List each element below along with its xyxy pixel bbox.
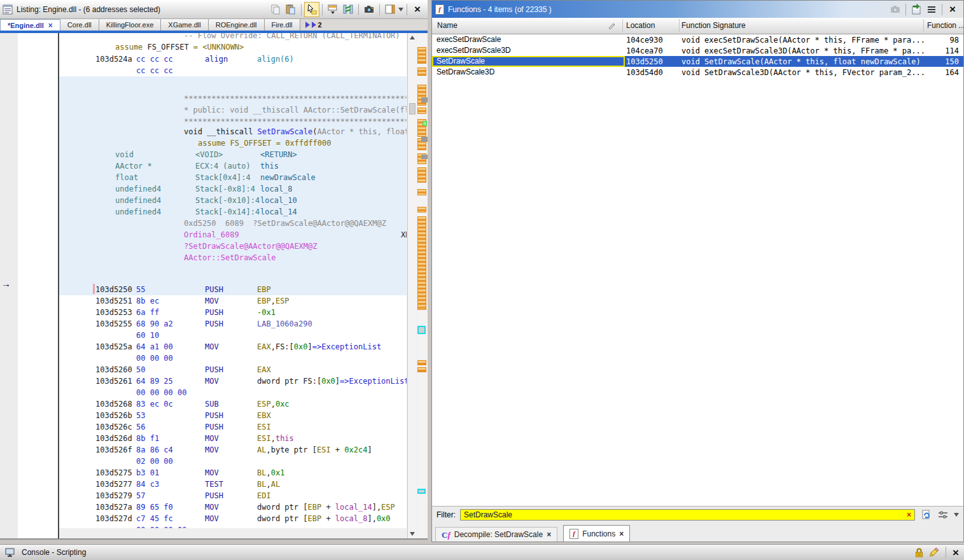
- search-result-marker[interactable]: [417, 167, 426, 183]
- listing-line[interactable]: 103d5275b3 01MOVBL,0x1: [59, 467, 407, 479]
- filter-input[interactable]: SetDrawScale ×: [460, 509, 915, 521]
- listing-line[interactable]: 103d525a64 a1 00MOVEAX,FS:[0x0]=>Excepti…: [59, 341, 407, 353]
- search-result-marker[interactable]: [417, 67, 426, 76]
- close-tab-icon[interactable]: ×: [619, 530, 624, 538]
- listing-line[interactable]: 103d526883 ec 0cSUBESP,0xc: [59, 398, 407, 410]
- listing-line[interactable]: 103d526050PUSHEAX: [59, 364, 407, 375]
- listing-titlebar[interactable]: Listing: Engine.dll - (6 addresses selec…: [0, 0, 428, 19]
- tab-fire-dll[interactable]: Fire.dll: [265, 19, 300, 31]
- listing-line[interactable]: assume FS_OFFSET = <UNKNOWN>: [59, 41, 407, 53]
- listing-line[interactable]: * public: void __thiscall AActor::SetDra…: [59, 104, 407, 116]
- listing-line[interactable]: void __thiscall SetDrawScale(AActor * th…: [59, 126, 407, 137]
- close-tab-icon[interactable]: ×: [48, 22, 53, 29]
- highlight-marker[interactable]: [423, 121, 427, 126]
- clear-filter-icon[interactable]: ×: [907, 511, 911, 519]
- listing-line[interactable]: 103d52536a ffPUSH-0x1: [59, 307, 407, 318]
- listing-line[interactable]: void<VOID><RETURN>: [59, 149, 407, 160]
- listing-line[interactable]: 00 00 00 00: [59, 524, 407, 528]
- tab-core-dll[interactable]: Core.dll: [60, 19, 99, 31]
- expand-fields-icon[interactable]: [325, 2, 340, 17]
- listing-line[interactable]: 103d527dc7 45 fcMOVdword ptr [EBP + loca…: [59, 513, 407, 524]
- change-marker[interactable]: [421, 137, 428, 142]
- tab-roengine-dll[interactable]: ROEngine.dll: [209, 19, 265, 31]
- lock-icon[interactable]: [914, 547, 925, 558]
- listing-view[interactable]: -- Flow Override: CALL_RETURN (CALL_TERM…: [59, 33, 407, 528]
- listing-line[interactable]: 103d527784 c3TESTBL,AL: [59, 479, 407, 490]
- listing-line[interactable]: 103d526c56PUSHESI: [59, 421, 407, 433]
- listing-line[interactable]: 103d525055PUSHEBP: [59, 284, 407, 295]
- search-result-marker[interactable]: [417, 189, 426, 195]
- snapshot-icon[interactable]: [361, 2, 377, 17]
- listing-line[interactable]: floatStack[0x4]:4newDrawScale: [59, 172, 407, 183]
- functions-titlebar[interactable]: f Functions - 4 items (of 22335 ) ×: [432, 1, 963, 18]
- change-marker[interactable]: [421, 155, 428, 159]
- functions-table-header[interactable]: Name Location Function Signature Functio…: [432, 18, 963, 34]
- table-row[interactable]: SetDrawScale103d5250void SetDrawScale(AA…: [432, 56, 963, 67]
- close-icon[interactable]: ×: [945, 2, 960, 17]
- table-row[interactable]: execSetDrawScale3D104cea70void execSetDr…: [432, 45, 963, 56]
- listing-line[interactable]: AActor::SetDrawScale: [59, 252, 407, 263]
- tab-functions[interactable]: f Functions ×: [563, 525, 630, 542]
- listing-line[interactable]: ****************************************…: [59, 93, 407, 104]
- change-marker[interactable]: [421, 97, 428, 102]
- overview-marker-margin[interactable]: [417, 33, 428, 538]
- listing-line[interactable]: 02 00 00: [59, 456, 407, 467]
- search-result-marker[interactable]: [417, 47, 426, 64]
- selection-marker[interactable]: [417, 489, 426, 494]
- search-result-marker[interactable]: [417, 360, 426, 365]
- listing-line[interactable]: 00 00 00: [59, 353, 407, 364]
- filter-settings-icon[interactable]: [919, 508, 932, 521]
- listing-line[interactable]: AActor *ECX:4 (auto)this: [59, 160, 407, 172]
- listing-line[interactable]: 103d526b53PUSHEBX: [59, 410, 407, 421]
- listing-line[interactable]: undefined4Stack[-0x8]:4local_8: [59, 183, 407, 195]
- listing-line[interactable]: Ordinal_6089XR: [59, 229, 407, 241]
- column-filter-icon[interactable]: [937, 508, 949, 521]
- listing-line[interactable]: 103d525568 90 a2PUSHLAB_1060a290: [59, 318, 407, 330]
- vertical-scroll-thumb[interactable]: [409, 103, 416, 115]
- table-row[interactable]: SetDrawScale3D103d54d0void SetDrawScale3…: [432, 67, 963, 78]
- listing-line[interactable]: 103d526f8a 86 c4MOVAL,byte ptr [ESI + 0x…: [59, 444, 407, 456]
- listing-line[interactable]: -- Flow Override: CALL_RETURN (CALL_TERM…: [59, 33, 407, 41]
- column-header-name[interactable]: Name: [437, 21, 458, 30]
- listing-line[interactable]: 103d527a89 65 f0MOVdword ptr [EBP + loca…: [59, 501, 407, 513]
- tab-engine-dll[interactable]: *Engine.dll×: [0, 19, 60, 31]
- listing-line[interactable]: 00 00 00 00: [59, 387, 407, 398]
- listing-line[interactable]: undefined4Stack[-0x10]:4local_10: [59, 195, 407, 206]
- margin-display-icon[interactable]: [382, 2, 398, 17]
- table-row[interactable]: execSetDrawScale104ce930void execSetDraw…: [432, 34, 963, 45]
- dropdown-arrow-icon[interactable]: [954, 513, 959, 517]
- margin-dropdown-icon[interactable]: [398, 2, 404, 17]
- listing-line[interactable]: cc cc cc: [59, 65, 407, 76]
- listing-line[interactable]: 103d527957PUSHEDI: [59, 490, 407, 501]
- column-header-size[interactable]: Function ...: [927, 21, 964, 30]
- close-icon[interactable]: ×: [953, 547, 959, 558]
- column-header-location[interactable]: Location: [626, 21, 655, 30]
- listing-line[interactable]: 103d52518b ecMOVEBP,ESP: [59, 295, 407, 307]
- listing-line[interactable]: 103d524acc cc ccalignalign(6): [59, 53, 407, 65]
- close-icon[interactable]: ×: [410, 2, 425, 17]
- tab-xgame-dll[interactable]: XGame.dll: [161, 19, 208, 31]
- paste-icon[interactable]: [283, 2, 298, 17]
- listing-line[interactable]: 60 10: [59, 330, 407, 341]
- listing-line[interactable]: 103d526d8b f1MOVESI,this: [59, 433, 407, 444]
- search-result-marker[interactable]: [417, 216, 426, 310]
- close-tab-icon[interactable]: ×: [547, 531, 551, 538]
- diff-view-icon[interactable]: [340, 2, 356, 17]
- tab-decompile[interactable]: Cf Decompile: SetDrawScale ×: [435, 527, 557, 542]
- listing-line[interactable]: 0xd5250 6089 ?SetDrawScale@AActor@@QAEXM…: [59, 218, 407, 229]
- snapshot-icon-disabled[interactable]: [888, 2, 903, 17]
- column-header-signature[interactable]: Function Signature: [681, 21, 746, 30]
- menu-icon[interactable]: [924, 2, 939, 17]
- scroll-down-icon[interactable]: [408, 529, 417, 538]
- cursor-selection-icon[interactable]: [304, 2, 319, 17]
- edit-table-icon[interactable]: [909, 2, 924, 17]
- selection-marker[interactable]: [417, 326, 426, 334]
- search-result-marker[interactable]: [417, 207, 426, 213]
- listing-line[interactable]: assume FS_OFFSET = 0xffdff000: [59, 137, 407, 149]
- copy-icon[interactable]: [268, 2, 283, 17]
- listing-line[interactable]: 103d526164 89 25MOVdword ptr FS:[0x0]=>E…: [59, 375, 407, 387]
- listing-line[interactable]: undefined4Stack[-0x14]:4local_14: [59, 206, 407, 218]
- hidden-tabs-indicator[interactable]: 2: [300, 19, 327, 31]
- listing-line[interactable]: ?SetDrawScale@AActor@@QAEXM@Z: [59, 241, 407, 252]
- search-result-marker[interactable]: [417, 367, 426, 372]
